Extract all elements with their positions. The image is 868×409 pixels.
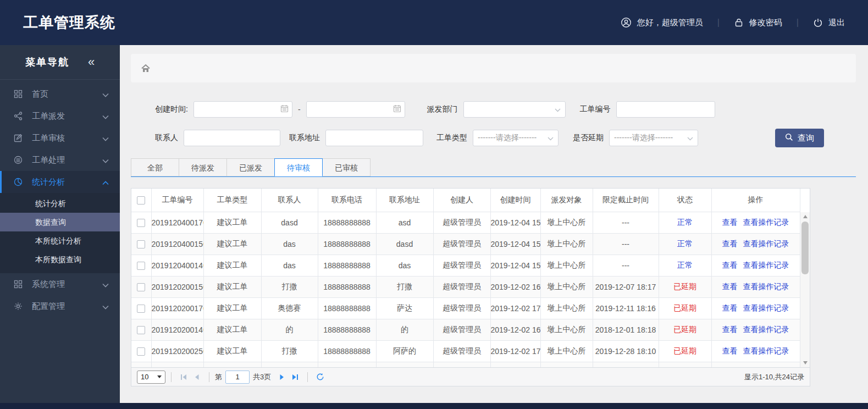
cell-creator: 超级管理员 (433, 276, 490, 297)
view-log-link[interactable]: 查看操作记录 (743, 325, 789, 334)
gear-icon (13, 302, 23, 311)
view-log-link[interactable]: 查看操作记录 (743, 239, 789, 248)
page-size-select[interactable]: 10 (137, 371, 165, 384)
sidebar-item-system[interactable]: 系统管理 (0, 273, 120, 295)
cell-deadline: 2018-12-01 18:18 (593, 319, 659, 340)
chevron-down-icon (102, 302, 109, 311)
app-header: 工单管理系统 您好，超级管理员 | 修改密码 | 退出 (0, 0, 868, 45)
cell-dispatch-target: 墩上中心所 (540, 297, 593, 319)
table-row: 201912040014C建议工单das18888888888das超级管理员2… (131, 255, 800, 276)
table-scrollbar[interactable] (800, 212, 810, 367)
submenu-item-local-statistics[interactable]: 本所统计分析 (0, 231, 120, 250)
order-no-input[interactable] (616, 101, 715, 118)
chevron-down-icon (548, 134, 554, 142)
submenu-item-statistics-analysis[interactable]: 统计分析 (0, 194, 120, 213)
create-time-label: 创建时间: (155, 104, 188, 114)
breadcrumb (131, 54, 856, 82)
col-create-time: 创建时间 (490, 189, 540, 212)
cell-order-type: 建议工单 (203, 233, 261, 255)
view-log-link[interactable]: 查看操作记录 (743, 303, 789, 312)
change-password-button[interactable]: 修改密码 (734, 18, 782, 28)
cell-contact: 奥德赛 (261, 297, 318, 319)
select-all-checkbox[interactable] (137, 196, 145, 204)
view-link[interactable]: 查看 (722, 239, 738, 248)
range-separator: - (298, 105, 301, 114)
sidebar-item-config[interactable]: 配置管理 (0, 295, 120, 317)
row-checkbox[interactable] (137, 347, 145, 356)
sidebar-item-label: 统计分析 (32, 177, 102, 187)
orders-table: 工单编号 工单类型 联系人 联系电话 联系地址 创建人 创建时间 派发对象 限定… (131, 188, 810, 386)
user-greeting[interactable]: 您好，超级管理员 (621, 17, 703, 28)
calendar-icon[interactable] (280, 104, 289, 114)
scroll-up-icon[interactable] (800, 212, 810, 221)
cell-deadline: --- (593, 233, 659, 255)
status-badge: 已延期 (673, 282, 696, 291)
tab-reviewed[interactable]: 已审核 (322, 158, 371, 176)
row-checkbox[interactable] (137, 305, 145, 313)
row-checkbox[interactable] (137, 326, 145, 334)
cell-deadline: 2019-12-07 18:17 (593, 276, 659, 297)
row-checkbox[interactable] (137, 219, 145, 227)
view-link[interactable]: 查看 (722, 282, 738, 291)
submenu-item-local-data-query[interactable]: 本所数据查询 (0, 250, 120, 269)
row-checkbox[interactable] (137, 262, 145, 270)
view-log-link[interactable]: 查看操作记录 (743, 218, 789, 226)
cell-order-no: 201912020025C (151, 340, 203, 362)
next-page-button[interactable] (275, 371, 289, 384)
lock-icon (734, 18, 744, 27)
logout-button[interactable]: 退出 (813, 18, 845, 28)
cell-address: das (376, 255, 433, 276)
sidebar-item-process[interactable]: 工单处理 (0, 149, 120, 171)
cell-phone: 18888888888 (318, 319, 376, 340)
overdue-label: 是否延期 (573, 133, 604, 143)
first-page-button[interactable] (177, 371, 190, 384)
cell-contact: dasd (261, 212, 318, 233)
sidebar-item-home[interactable]: 首页 (0, 83, 120, 105)
calendar-icon[interactable] (393, 104, 401, 114)
order-type-select[interactable]: -------请选择------- (473, 130, 559, 146)
contact-input[interactable] (184, 130, 280, 146)
cell-order-no: 201912040014C (151, 255, 203, 276)
refresh-icon[interactable] (313, 371, 327, 384)
view-link[interactable]: 查看 (722, 325, 738, 334)
change-password-label: 修改密码 (749, 18, 782, 28)
submenu-item-data-query[interactable]: 数据查询 (0, 213, 120, 231)
tab-to-review[interactable]: 待审核 (274, 158, 323, 176)
sidebar-item-statistics[interactable]: 统计分析 (0, 171, 120, 193)
tab-to-dispatch[interactable]: 待派发 (179, 158, 227, 176)
collapse-sidebar-icon[interactable]: « (88, 56, 95, 68)
home-icon[interactable] (141, 64, 151, 73)
share-icon (13, 112, 23, 120)
view-link[interactable]: 查看 (722, 261, 738, 269)
header-separator: | (797, 18, 799, 27)
prev-page-button[interactable] (190, 371, 203, 384)
view-log-link[interactable]: 查看操作记录 (743, 346, 789, 355)
overdue-select[interactable]: -------请选择------- (609, 130, 698, 146)
tab-all[interactable]: 全部 (131, 158, 179, 176)
create-time-end-input[interactable] (306, 101, 405, 118)
cell-contact: 打撒 (261, 276, 318, 297)
sidebar-item-dispatch[interactable]: 工单派发 (0, 105, 120, 127)
last-page-button[interactable] (289, 371, 302, 384)
search-button[interactable]: 查询 (775, 129, 824, 147)
scrollbar-thumb[interactable] (801, 222, 809, 274)
statistics-submenu: 统计分析 数据查询 本所统计分析 本所数据查询 (0, 193, 120, 273)
row-checkbox[interactable] (137, 240, 145, 248)
create-time-start-input[interactable] (193, 101, 292, 118)
dispatch-dept-select[interactable] (463, 101, 566, 118)
view-link[interactable]: 查看 (722, 303, 738, 312)
address-input[interactable] (325, 130, 423, 146)
tab-dispatched[interactable]: 已派发 (226, 158, 275, 176)
row-checkbox[interactable] (137, 283, 145, 291)
sidebar-item-review[interactable]: 工单审核 (0, 127, 120, 149)
sidebar-item-label: 工单审核 (32, 133, 102, 143)
chevron-down-icon (102, 134, 109, 143)
view-log-link[interactable]: 查看操作记录 (743, 261, 789, 269)
cell-phone: 18888888888 (318, 233, 376, 255)
scroll-down-icon[interactable] (800, 358, 810, 367)
view-log-link[interactable]: 查看操作记录 (743, 282, 789, 291)
col-deadline: 限定截止时间 (593, 189, 659, 212)
page-number-input[interactable] (225, 371, 250, 384)
view-link[interactable]: 查看 (722, 346, 738, 355)
view-link[interactable]: 查看 (722, 218, 738, 226)
